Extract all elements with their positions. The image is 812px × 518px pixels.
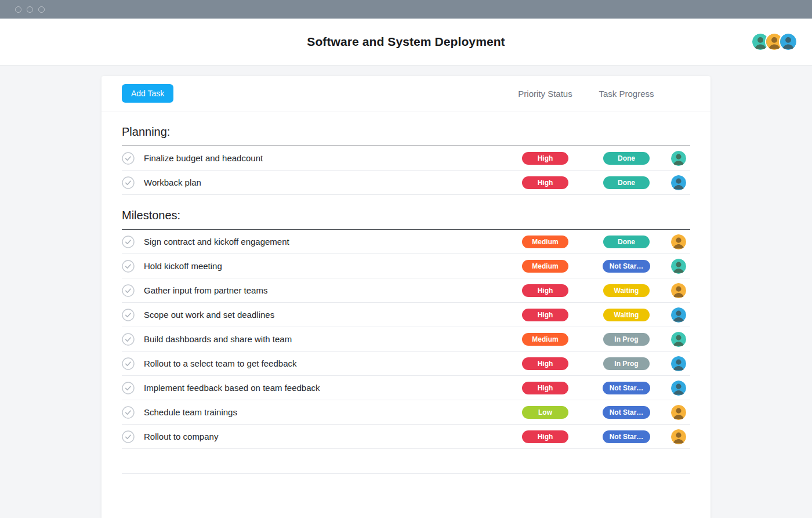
section-title: Milestones: [122, 209, 690, 230]
task-section: Planning:Finalize budget and headcountHi… [122, 125, 690, 195]
status-pill[interactable]: Not Star… [603, 382, 651, 394]
task-name: Sign contract and kickoff engagement [143, 237, 505, 247]
task-row[interactable]: Rollout to a select team to get feedback… [122, 352, 690, 376]
task-checkmark-icon[interactable] [122, 284, 143, 297]
page-title: Software and System Deployment [307, 35, 505, 49]
header-avatars [751, 32, 798, 51]
task-name: Rollout to company [143, 432, 505, 441]
task-checkmark-icon[interactable] [122, 382, 143, 394]
window-controls [15, 6, 45, 13]
assignee-avatar[interactable] [671, 429, 686, 444]
assignee-avatar[interactable] [671, 283, 686, 298]
user-avatar[interactable] [779, 32, 798, 51]
status-pill[interactable]: Waiting [603, 284, 650, 297]
section-title: Planning: [122, 125, 690, 146]
task-name: Implement feedback based on team feedbac… [143, 383, 505, 393]
task-name: Schedule team trainings [143, 407, 505, 417]
task-row[interactable]: Gather input from partner teamsHighWaiti… [122, 278, 690, 303]
assignee-avatar[interactable] [671, 332, 686, 347]
assignee-avatar[interactable] [671, 151, 686, 166]
assignee-avatar[interactable] [671, 175, 686, 190]
bottom-divider [122, 473, 690, 474]
task-name: Build dashboards and share with team [143, 334, 505, 344]
zoom-button[interactable] [38, 6, 45, 13]
priority-pill[interactable]: Medium [522, 260, 568, 273]
column-header-task-progress: Task Progress [586, 89, 667, 99]
priority-pill[interactable]: Medium [522, 236, 568, 248]
task-checkmark-icon[interactable] [122, 152, 143, 165]
priority-pill[interactable]: High [522, 309, 568, 321]
status-pill[interactable]: Done [603, 236, 650, 248]
priority-pill[interactable]: High [522, 152, 568, 165]
task-row[interactable]: Rollout to companyHighNot Star… [122, 425, 690, 449]
task-name: Finalize budget and headcount [143, 153, 505, 163]
task-row[interactable]: Workback planHighDone [122, 171, 690, 195]
assignee-avatar[interactable] [671, 381, 686, 396]
task-row[interactable]: Build dashboards and share with teamMedi… [122, 327, 690, 352]
priority-pill[interactable]: High [522, 176, 568, 189]
task-section: Milestones:Sign contract and kickoff eng… [122, 209, 690, 449]
window-titlebar [0, 0, 812, 19]
task-row[interactable]: Finalize budget and headcountHighDone [122, 146, 690, 171]
status-pill[interactable]: Done [603, 152, 650, 165]
task-name: Rollout to a select team to get feedback [143, 358, 505, 368]
task-name: Hold kickoff meeting [143, 261, 505, 271]
task-checkmark-icon[interactable] [122, 406, 143, 419]
status-pill[interactable]: Waiting [603, 309, 650, 321]
task-checkmark-icon[interactable] [122, 236, 143, 248]
task-checkmark-icon[interactable] [122, 309, 143, 321]
assignee-avatar[interactable] [671, 259, 686, 274]
status-pill[interactable]: In Prog [603, 333, 650, 346]
status-pill[interactable]: Done [603, 176, 650, 189]
status-pill[interactable]: Not Star… [603, 406, 651, 419]
toolbar: Add Task Priority Status Task Progress [102, 76, 710, 111]
close-button[interactable] [15, 6, 21, 13]
task-checkmark-icon[interactable] [122, 357, 143, 370]
task-checkmark-icon[interactable] [122, 430, 143, 443]
task-row[interactable]: Scope out work and set deadlinesHighWait… [122, 303, 690, 327]
priority-pill[interactable]: High [522, 357, 568, 370]
sections-container: Planning:Finalize budget and headcountHi… [102, 125, 710, 449]
priority-pill[interactable]: High [522, 430, 568, 443]
task-checkmark-icon[interactable] [122, 333, 143, 346]
status-pill[interactable]: Not Star… [603, 260, 651, 273]
task-row[interactable]: Hold kickoff meetingMediumNot Star… [122, 254, 690, 278]
add-task-button[interactable]: Add Task [122, 84, 173, 103]
app-header: Software and System Deployment [0, 19, 812, 66]
task-row[interactable]: Schedule team trainingsLowNot Star… [122, 400, 690, 425]
task-row[interactable]: Implement feedback based on team feedbac… [122, 376, 690, 400]
task-row[interactable]: Sign contract and kickoff engagementMedi… [122, 230, 690, 254]
minimize-button[interactable] [27, 6, 33, 13]
task-name: Gather input from partner teams [143, 285, 505, 295]
priority-pill[interactable]: High [522, 284, 568, 297]
assignee-avatar[interactable] [671, 307, 686, 323]
priority-pill[interactable]: Medium [522, 333, 568, 346]
assignee-avatar[interactable] [671, 234, 686, 249]
task-list-card: Add Task Priority Status Task Progress P… [102, 76, 710, 518]
status-pill[interactable]: Not Star… [603, 430, 651, 443]
priority-pill[interactable]: High [522, 382, 568, 394]
assignee-avatar[interactable] [671, 356, 686, 371]
status-pill[interactable]: In Prog [603, 357, 650, 370]
task-checkmark-icon[interactable] [122, 260, 143, 273]
task-name: Workback plan [143, 178, 505, 187]
assignee-avatar[interactable] [671, 405, 686, 420]
task-checkmark-icon[interactable] [122, 176, 143, 189]
column-header-priority-status: Priority Status [505, 89, 586, 99]
priority-pill[interactable]: Low [522, 406, 568, 419]
task-name: Scope out work and set deadlines [143, 310, 505, 320]
